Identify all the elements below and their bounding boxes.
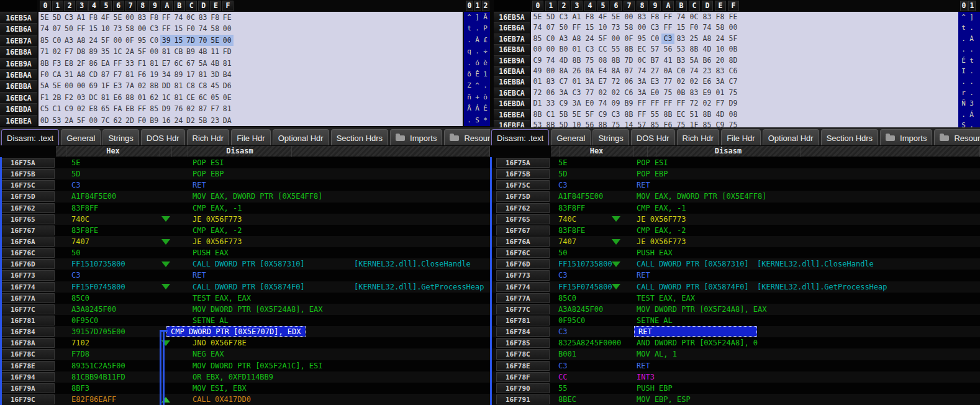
hex-byte-cell[interactable]: 10 [99, 23, 112, 34]
disasm-row-address[interactable]: 16F762 [1, 203, 55, 213]
hex-row-address[interactable]: 16EBDA [494, 98, 530, 109]
char-cell[interactable]: P [481, 23, 489, 34]
hex-byte-cell[interactable]: F8 [148, 12, 160, 23]
char-cell[interactable]: è [481, 58, 489, 69]
hex-byte-cell[interactable]: 74 [531, 22, 544, 33]
hex-byte-cell[interactable]: 5F [136, 46, 148, 57]
hex-byte-cell[interactable]: E0 [583, 98, 596, 109]
hex-byte-cell[interactable]: C9 [531, 55, 544, 66]
hex-byte-cell[interactable]: FF [160, 12, 173, 23]
char-cell[interactable]: + [473, 92, 481, 103]
hex-byte-cell[interactable]: 08 [596, 55, 609, 66]
char-cell[interactable]: . [465, 58, 473, 69]
hex-byte-cell[interactable]: 02 [75, 103, 88, 114]
hex-byte-cell[interactable]: A1 [570, 12, 583, 22]
char-cell[interactable]: ð [465, 69, 473, 80]
tab-optional-hdr[interactable]: Optional Hdr [763, 129, 819, 146]
hex-byte-cell[interactable]: 00 [544, 66, 557, 76]
hex-byte-cell[interactable]: C6 [727, 66, 740, 76]
disasm-row[interactable]: 16F774FF15F0745800CALL DWORD PTR [0X5874… [0, 281, 490, 293]
hex-byte-cell[interactable]: C6 [622, 88, 635, 98]
hex-byte-cell[interactable]: 8B [701, 109, 714, 120]
disasm-row[interactable]: 16F784C3RET [490, 326, 980, 337]
hex-byte-cell[interactable]: 65 [99, 103, 112, 114]
hex-byte-cell[interactable]: 5E [531, 12, 544, 22]
hex-byte-cell[interactable]: 00 [727, 22, 740, 33]
hex-byte-cell[interactable]: 5F [727, 34, 740, 44]
disasm-row-address[interactable]: 16F76C [1, 248, 55, 258]
hex-row-address[interactable]: 16EB8A [0, 46, 37, 57]
hex-byte-cell[interactable]: 53 [51, 115, 63, 126]
hex-byte-cell[interactable]: 4D [701, 44, 714, 55]
hex-byte-cell[interactable]: F1 [136, 58, 148, 69]
hex-byte-cell[interactable]: B7 [648, 55, 661, 66]
hex-byte-cell[interactable]: 27 [648, 66, 661, 76]
hex-byte-cell[interactable]: 86 [87, 58, 99, 69]
hex-byte-cell[interactable]: B0 [557, 44, 570, 55]
hex-byte-cell[interactable]: 58 [124, 23, 136, 34]
char-cell[interactable]: . [465, 35, 473, 46]
disasm-row-address[interactable]: 16F77A [1, 293, 55, 303]
disasm-row[interactable]: 16F76283F8FFCMP EAX, -1 [0, 202, 490, 214]
hex-byte-cell[interactable]: 51 [687, 109, 701, 120]
hex-byte-cell[interactable]: 24 [87, 35, 99, 46]
hex-byte-cell[interactable]: 24 [583, 34, 596, 44]
disasm-row[interactable]: 16F7858325A8245F0000AND DWORD PTR [0X5F2… [490, 337, 980, 348]
hex-byte-cell[interactable]: 81 [173, 80, 185, 91]
hex-byte-cell[interactable]: 01 [136, 92, 148, 103]
tab-resources[interactable]: Resources [444, 129, 490, 146]
hex-byte-cell[interactable]: C7 [557, 76, 570, 87]
hex-byte-cell[interactable]: 00 [136, 23, 148, 34]
hex-byte-cell[interactable]: 5F [583, 109, 596, 120]
hex-row-address[interactable]: 16EBCA [494, 88, 530, 98]
disasm-row[interactable]: 16F77CA3A8245F00MOV DWORD PTR [0X5F24A8]… [490, 304, 980, 315]
disasm-row-address[interactable]: 16F75A [496, 158, 550, 168]
disasm-row-address[interactable]: 16F75C [1, 180, 55, 190]
hex-byte-cell[interactable]: 49 [531, 66, 544, 76]
disasm-row-address[interactable]: 16F767 [1, 225, 55, 235]
hex-byte-cell[interactable]: 00 [124, 12, 136, 23]
hex-byte-cell[interactable]: 6C [197, 92, 209, 103]
hex-byte-cell[interactable]: F7 [209, 103, 221, 114]
hex-byte-cell[interactable]: 50 [557, 22, 570, 33]
hex-byte-cell[interactable]: DA [221, 115, 234, 126]
disasm-row[interactable]: 16F77A85C0TEST EAX, EAX [0, 293, 490, 304]
hex-byte-cell[interactable]: A1 [75, 12, 88, 23]
hex-byte-cell[interactable]: EC [674, 109, 687, 120]
hex-byte-cell[interactable]: 15 [87, 23, 99, 34]
hex-row-address[interactable]: 16EBBA [494, 76, 530, 87]
hex-byte-cell[interactable]: 8B [148, 80, 160, 91]
char-cell[interactable]: S [960, 120, 968, 127]
char-cell[interactable]: r [960, 88, 968, 98]
hex-byte-cell[interactable]: 0B [727, 44, 740, 55]
hex-byte-cell[interactable]: F8 [648, 12, 661, 22]
char-cell[interactable]: 3 [968, 98, 976, 109]
disasm-row[interactable]: 16F75DA1F84F5E00MOV EAX, DWORD PTR [0X5E… [490, 191, 980, 202]
hex-byte-cell[interactable]: C3 [557, 12, 570, 22]
hex-byte-cell[interactable]: 00 [544, 44, 557, 55]
tab-imports[interactable]: Imports [880, 129, 932, 146]
disasm-row[interactable]: 16F75CC3RET [0, 180, 490, 191]
char-cell[interactable]: . [968, 120, 976, 127]
disasm-row[interactable]: 16F765740CJE 0X56F773 [490, 214, 980, 225]
hex-row-address[interactable]: 16EB9A [0, 58, 37, 69]
hex-byte-cell[interactable]: 15 [583, 22, 596, 33]
selected-instruction[interactable]: RET [634, 326, 757, 337]
hex-byte-cell[interactable]: FF [661, 98, 674, 109]
char-cell[interactable]: 1 [481, 69, 489, 80]
hex-byte-cell[interactable]: 67 [184, 58, 197, 69]
hex-row-address[interactable]: 16EBFA [494, 120, 530, 127]
hex-byte-cell[interactable]: F7 [714, 98, 727, 109]
hex-byte-cell[interactable]: 73 [609, 22, 622, 33]
hex-byte-cell[interactable]: 75 [609, 120, 622, 127]
disasm-row-address[interactable]: 16F76A [496, 237, 550, 247]
char-cell[interactable]: . [968, 44, 976, 55]
disasm-row-address[interactable]: 16F774 [496, 282, 550, 292]
hex-byte-cell[interactable]: 75 [583, 55, 596, 66]
hex-byte-cell[interactable]: FF [661, 12, 674, 22]
char-cell[interactable]: ] [473, 12, 481, 23]
hex-row-address[interactable]: 16EBAA [494, 66, 530, 76]
hex-byte-cell[interactable]: C7 [727, 76, 740, 87]
hex-row-address[interactable]: 16EBEA [494, 109, 530, 120]
disasm-row[interactable]: 16F78A7102JNO 0X56F78E [0, 337, 490, 348]
